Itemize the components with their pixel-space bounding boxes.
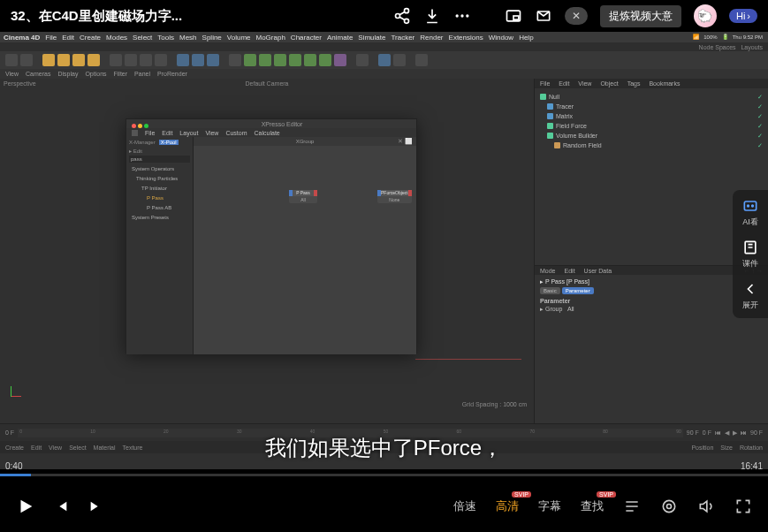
tool-undo[interactable] xyxy=(5,54,18,66)
c4d-subbar: Node Spaces Layouts xyxy=(0,42,768,51)
obj-volume: Volume Builder✓ xyxy=(540,131,763,141)
c4d-menubar: Cinema 4D File Edit Create Modes Select … xyxy=(0,32,768,42)
tool-rotate[interactable] xyxy=(87,54,100,66)
tool-z[interactable] xyxy=(140,54,152,66)
tool-prim[interactable] xyxy=(229,54,241,66)
settings-icon[interactable] xyxy=(660,498,678,515)
c4d-toolbar xyxy=(0,51,768,69)
progress-bar[interactable] xyxy=(0,474,768,476)
extract-summary-button[interactable]: 提炼视频大意 xyxy=(600,5,681,27)
volume-icon[interactable] xyxy=(697,498,715,515)
tool-gen5[interactable] xyxy=(319,54,331,66)
tool-render3[interactable] xyxy=(207,54,219,66)
xpresso-titlebar[interactable]: XPresso Editor xyxy=(126,119,416,128)
download-icon[interactable] xyxy=(423,7,441,25)
tool-y[interactable] xyxy=(125,54,137,66)
svg-point-0 xyxy=(404,9,408,13)
more-icon[interactable] xyxy=(453,7,471,25)
svg-point-5 xyxy=(466,14,468,17)
menu-file[interactable]: File xyxy=(45,34,57,42)
tool-render2[interactable] xyxy=(192,54,204,66)
menu-mesh[interactable]: Mesh xyxy=(179,34,197,42)
hi-badge[interactable]: Hi› xyxy=(729,9,757,23)
menu-window[interactable]: Window xyxy=(489,34,513,42)
player-controls: 倍速 高清SVIP 字幕 查找SVIP xyxy=(0,481,768,532)
svg-point-1 xyxy=(395,14,399,19)
obj-random: Random Field✓ xyxy=(540,141,763,150)
tool-redo[interactable] xyxy=(20,54,33,66)
menu-edit[interactable]: Edit xyxy=(62,34,74,42)
menu-modes[interactable]: Modes xyxy=(106,34,127,42)
menu-mograph[interactable]: MoGraph xyxy=(256,34,285,42)
tracer-line xyxy=(415,359,521,360)
expand-button[interactable]: 展开 xyxy=(741,280,759,311)
tool-w[interactable] xyxy=(155,54,167,66)
speed-button[interactable]: 倍速 xyxy=(453,498,476,514)
menu-select[interactable]: Select xyxy=(133,34,152,42)
obj-matrix: Matrix✓ xyxy=(540,111,763,121)
tool-tag[interactable] xyxy=(356,54,369,66)
playlist-icon[interactable] xyxy=(623,498,641,515)
window-icon[interactable] xyxy=(535,7,552,25)
prev-button[interactable] xyxy=(55,499,69,513)
side-float-panel: AI看 课件 展开 xyxy=(733,190,768,318)
tool-live[interactable] xyxy=(42,54,55,66)
menu-help[interactable]: Help xyxy=(519,34,533,42)
menu-extensions[interactable]: Extensions xyxy=(449,34,483,42)
tool-wp[interactable] xyxy=(393,54,406,66)
svg-point-13 xyxy=(663,500,674,512)
menu-volume[interactable]: Volume xyxy=(227,34,251,42)
tool-render[interactable] xyxy=(177,54,189,66)
node-ppass[interactable]: P Pass All xyxy=(289,190,317,203)
menu-spline[interactable]: Spline xyxy=(202,34,222,42)
quality-button[interactable]: 高清SVIP xyxy=(496,498,519,514)
tool-x[interactable] xyxy=(110,54,122,66)
tool-snap[interactable] xyxy=(378,54,391,66)
xpresso-window[interactable]: XPresso Editor File Edit Layout View Cus… xyxy=(125,118,417,353)
tool-gen4[interactable] xyxy=(304,54,316,66)
viewport-camera: Default Camera xyxy=(245,80,288,87)
xpresso-canvas[interactable]: XGroup✕ ⬜ P Pass All PForceObject None xyxy=(194,137,416,354)
menu-character[interactable]: Character xyxy=(291,34,322,42)
video-viewport[interactable]: Cinema 4D File Edit Create Modes Select … xyxy=(0,32,768,469)
tool-spline[interactable] xyxy=(244,54,256,66)
menu-create[interactable]: Create xyxy=(80,34,101,42)
share-icon[interactable] xyxy=(393,7,411,25)
fullscreen-icon[interactable] xyxy=(734,498,752,515)
courseware-button[interactable]: 课件 xyxy=(741,239,759,270)
menu-simulate[interactable]: Simulate xyxy=(358,34,385,42)
c4d-toolbar-view: View Cameras Display Options Filter Pane… xyxy=(0,69,768,79)
avatar[interactable]: 🐑 xyxy=(694,4,717,27)
menu-tools[interactable]: Tools xyxy=(157,34,174,42)
svg-rect-9 xyxy=(744,201,756,210)
xp-search[interactable]: pass xyxy=(129,156,190,163)
xpresso-tree[interactable]: X-ManagerX-Pool ▸ Edit pass System Opera… xyxy=(126,137,194,354)
svg-point-11 xyxy=(752,205,754,207)
video-title: 32、在C4D里创建磁场力字... xyxy=(11,8,381,25)
grid-info: Grid Spacing : 1000 cm xyxy=(462,401,527,407)
menu-animate[interactable]: Animate xyxy=(327,34,353,42)
menu-render[interactable]: Render xyxy=(420,34,443,42)
caption-button[interactable]: 字幕 xyxy=(538,498,561,514)
tool-light[interactable] xyxy=(415,54,428,66)
time-current: 0:40 xyxy=(5,461,22,471)
close-button[interactable]: ✕ xyxy=(565,7,588,25)
tool-def[interactable] xyxy=(334,54,346,66)
pip-icon[interactable] xyxy=(505,7,522,25)
c4d-app-name: Cinema 4D xyxy=(4,34,40,42)
tool-scale[interactable] xyxy=(72,54,85,66)
ai-watch-button[interactable]: AI看 xyxy=(741,197,759,228)
play-button[interactable] xyxy=(16,497,35,516)
tool-gen[interactable] xyxy=(259,54,271,66)
xp-app-icon xyxy=(132,130,138,136)
tool-gen3[interactable] xyxy=(289,54,301,66)
node-pforce[interactable]: PForceObject None xyxy=(377,190,412,203)
tool-gen2[interactable] xyxy=(274,54,286,66)
find-button[interactable]: 查找SVIP xyxy=(581,498,604,514)
time-total: 16:41 xyxy=(741,461,763,471)
tool-move[interactable] xyxy=(57,54,70,66)
menu-tracker[interactable]: Tracker xyxy=(391,34,414,42)
next-button[interactable] xyxy=(88,499,103,513)
axis-gizmo xyxy=(11,379,28,397)
viewport-label: Perspective xyxy=(4,80,36,87)
